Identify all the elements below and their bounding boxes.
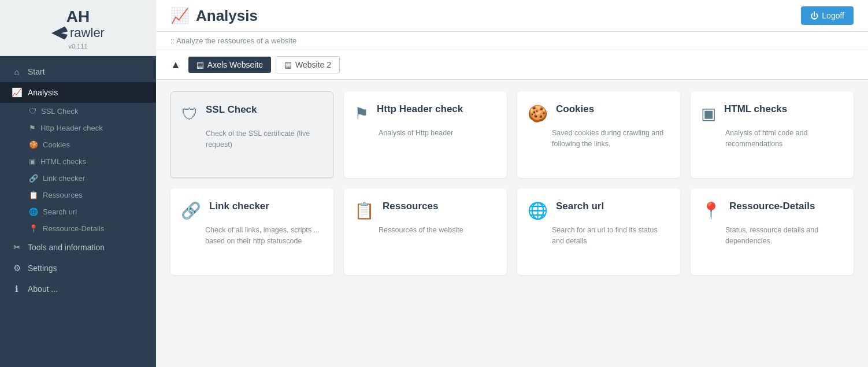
card-http-header-check[interactable]: ⚑ Http Header check Analysis of Http hea… <box>344 91 507 178</box>
subtitle-text: :: Analyze the ressources of a website <box>170 36 296 45</box>
card-top-ssl-check: 🛡 SSL Check <box>181 103 322 124</box>
home-icon: ⌂ <box>12 67 22 77</box>
card-desc-ressources: Ressources of the website <box>354 225 496 236</box>
card-desc-http-header-check: Analysis of Http header <box>354 128 496 139</box>
sidebar-label-analysis: Analysis <box>28 88 58 97</box>
logoff-button[interactable]: ⏻ Logoff <box>801 6 854 25</box>
sidebar-item-link-checker[interactable]: 🔗 Link checker <box>29 170 156 187</box>
subtitle-bar: :: Analyze the ressources of a website <box>156 32 868 50</box>
sidebar-label-ssl: SSL Check <box>41 107 79 116</box>
sidebar-item-tools[interactable]: ✂ Tools and information <box>0 237 156 258</box>
card-desc-html-checks: Analysis of html code and recommendation… <box>701 128 843 150</box>
sidebar-sub-menu: 🛡 SSL Check ⚑ Http Header check 🍪 Cookie… <box>0 103 156 237</box>
card-icon-ressource-details: 📍 <box>701 201 721 220</box>
logoff-label: Logoff <box>822 11 844 20</box>
card-ssl-check[interactable]: 🛡 SSL Check Check of the SSL certificate… <box>170 91 333 178</box>
sidebar-item-about[interactable]: ℹ About ... <box>0 279 156 299</box>
card-title-search-url: Search url <box>556 200 604 213</box>
sidebar-item-start[interactable]: ⌂ Start <box>0 62 156 82</box>
sidebar-item-analysis[interactable]: 📈 Analysis <box>0 82 156 103</box>
sidebar-item-ssl-check[interactable]: 🛡 SSL Check <box>29 103 156 120</box>
sidebar-item-settings[interactable]: ⚙ Settings <box>0 258 156 279</box>
details-icon: 📍 <box>29 224 38 233</box>
card-icon-http-header-check: ⚑ <box>354 104 369 123</box>
sidebar-item-cookies[interactable]: 🍪 Cookies <box>29 136 156 153</box>
sidebar-label-html: HTML checks <box>40 157 86 166</box>
sidebar-item-ressources[interactable]: 📋 Ressources <box>29 187 156 203</box>
logo-ah: AH <box>12 9 144 25</box>
settings-icon: ⚙ <box>12 263 22 273</box>
tab-website-2[interactable]: ▤ Website 2 <box>276 56 340 73</box>
card-top-html-checks: ▣ HTML checks <box>701 103 843 123</box>
app-logo: AH rawler v0.111 <box>0 0 156 56</box>
card-title-http-header-check: Http Header check <box>377 103 463 116</box>
card-desc-link-checker: Check of all links, images, scripts ... … <box>181 225 323 247</box>
ressources-icon: 📋 <box>29 191 38 199</box>
sidebar-label-http: Http Header check <box>40 124 103 132</box>
html-icon: ▣ <box>29 157 36 166</box>
logo-crawler: rawler <box>12 25 144 42</box>
tab-icon-2: ▤ <box>284 60 292 69</box>
ssl-icon: 🛡 <box>29 107 36 116</box>
card-html-checks[interactable]: ▣ HTML checks Analysis of html code and … <box>691 91 854 178</box>
card-top-http-header-check: ⚑ Http Header check <box>354 103 496 123</box>
card-icon-ssl-check: 🛡 <box>181 105 198 124</box>
pacman-icon <box>51 25 68 41</box>
card-title-ssl-check: SSL Check <box>206 103 257 116</box>
card-title-cookies: Cookies <box>556 103 594 116</box>
sidebar: AH rawler v0.111 ⌂ Start 📈 Analysis 🛡 SS… <box>0 0 156 367</box>
cookie-icon: 🍪 <box>29 140 38 149</box>
card-top-ressource-details: 📍 Ressource-Details <box>701 200 843 220</box>
tabs-bar: ▲ ▤ Axels Webseite ▤ Website 2 <box>156 50 868 80</box>
flag-icon: ⚑ <box>29 124 36 132</box>
page-title: Analysis <box>196 7 258 25</box>
sidebar-item-ressource-details[interactable]: 📍 Ressource-Details <box>29 220 156 237</box>
up-arrow-button[interactable]: ▲ <box>170 59 181 71</box>
page-title-area: 📈 Analysis <box>170 7 258 25</box>
card-title-link-checker: Link checker <box>209 200 269 213</box>
tab-label-2: Website 2 <box>295 60 331 69</box>
card-top-cookies: 🍪 Cookies <box>528 103 670 123</box>
content-area: 🛡 SSL Check Check of the SSL certificate… <box>156 80 868 367</box>
card-top-ressources: 📋 Ressources <box>354 200 496 220</box>
card-icon-search-url: 🌐 <box>528 201 548 220</box>
sidebar-label-link: Link checker <box>43 174 85 183</box>
sidebar-label-tools: Tools and information <box>28 243 105 252</box>
card-title-ressources: Ressources <box>383 200 438 213</box>
sidebar-label-ressources: Ressources <box>43 191 83 199</box>
analysis-icon: 📈 <box>12 87 22 98</box>
power-icon: ⏻ <box>810 11 818 20</box>
sidebar-label-about: About ... <box>28 284 58 294</box>
sidebar-label-details: Ressource-Details <box>43 224 104 233</box>
topbar: 📈 Analysis ⏻ Logoff <box>156 0 868 32</box>
card-top-search-url: 🌐 Search url <box>528 200 670 220</box>
sidebar-label-start: Start <box>28 67 45 76</box>
card-link-checker[interactable]: 🔗 Link checker Check of all links, image… <box>170 188 333 275</box>
sidebar-label-search-url: Search url <box>43 207 77 216</box>
card-icon-cookies: 🍪 <box>528 104 548 123</box>
link-icon: 🔗 <box>29 174 38 183</box>
sidebar-label-cookies: Cookies <box>43 140 70 149</box>
card-desc-ressource-details: Status, ressource details and dependenci… <box>701 225 843 247</box>
card-icon-link-checker: 🔗 <box>181 201 201 220</box>
card-title-html-checks: HTML checks <box>724 103 787 116</box>
sidebar-label-settings: Settings <box>28 264 57 273</box>
analysis-title-icon: 📈 <box>170 7 189 25</box>
card-cookies[interactable]: 🍪 Cookies Saved cookies during crawling … <box>517 91 680 178</box>
card-desc-ssl-check: Check of the SSL certificate (live reque… <box>181 128 322 150</box>
tab-label-1: Axels Webseite <box>207 60 263 69</box>
card-icon-ressources: 📋 <box>354 201 374 220</box>
tab-icon-1: ▤ <box>196 60 204 69</box>
sidebar-item-html-checks[interactable]: ▣ HTML checks <box>29 153 156 170</box>
card-ressource-details[interactable]: 📍 Ressource-Details Status, ressource de… <box>691 188 854 275</box>
sidebar-item-search-url[interactable]: 🌐 Search url <box>29 203 156 220</box>
main-content: 📈 Analysis ⏻ Logoff :: Analyze the resso… <box>156 0 868 367</box>
card-desc-search-url: Search for an url to find its status and… <box>528 225 670 247</box>
search-url-icon: 🌐 <box>29 207 38 216</box>
tab-axels-webseite[interactable]: ▤ Axels Webseite <box>188 57 271 73</box>
card-ressources[interactable]: 📋 Ressources Ressources of the website <box>344 188 507 275</box>
card-search-url[interactable]: 🌐 Search url Search for an url to find i… <box>517 188 680 275</box>
logo-version: v0.111 <box>12 43 144 50</box>
card-top-link-checker: 🔗 Link checker <box>181 200 323 220</box>
sidebar-item-http-header[interactable]: ⚑ Http Header check <box>29 120 156 136</box>
